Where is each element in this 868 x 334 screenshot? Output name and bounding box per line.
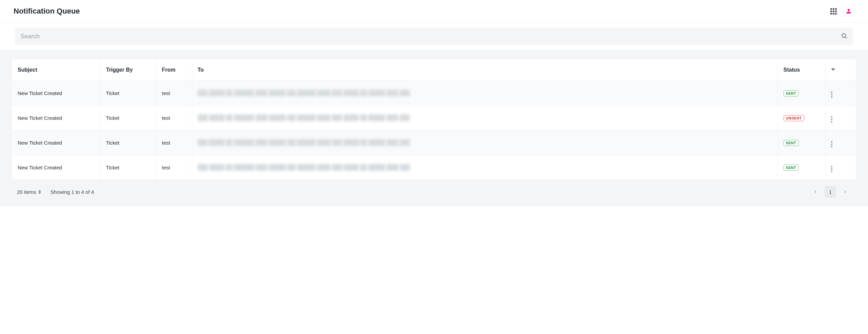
cell-subject: New Ticket Created [12, 155, 100, 180]
status-badge: SENT [784, 140, 799, 146]
searchbar [15, 27, 853, 45]
footer-left: 20 items Showing 1 to 4 of 4 [17, 189, 94, 195]
table-row[interactable]: New Ticket CreatedTickettestSENT [12, 130, 856, 155]
redacted-content [198, 114, 772, 121]
cell-status: SENT [778, 155, 825, 180]
chevron-right-icon [843, 189, 848, 194]
col-header-from[interactable]: From [156, 59, 192, 81]
cell-to [192, 81, 778, 106]
table-header-row: Subject Trigger By From To Status [12, 59, 856, 81]
chevron-left-icon [813, 189, 818, 194]
searchbar-container [0, 23, 868, 50]
notification-table: Subject Trigger By From To Status New Ti… [12, 59, 856, 180]
col-header-status[interactable]: Status [778, 59, 825, 81]
cell-trigger-by: Ticket [100, 106, 156, 130]
content-area: Subject Trigger By From To Status New Ti… [0, 50, 868, 206]
table-row[interactable]: New Ticket CreatedTickettestUNSENT [12, 106, 856, 130]
page-size-selector[interactable]: 20 items [17, 189, 41, 195]
status-badge: SENT [784, 90, 799, 96]
prev-page-button[interactable] [810, 186, 821, 198]
cell-actions [825, 81, 856, 106]
row-menu-button[interactable] [831, 92, 832, 98]
cell-from: test [156, 106, 192, 130]
col-header-trigger[interactable]: Trigger By [100, 59, 156, 81]
col-header-to[interactable]: To [192, 59, 778, 81]
cell-to [192, 106, 778, 130]
pagination: 1 [810, 186, 851, 198]
table-row[interactable]: New Ticket CreatedTickettestSENT [12, 81, 856, 106]
row-menu-button[interactable] [831, 116, 832, 123]
cell-subject: New Ticket Created [12, 81, 100, 106]
col-header-subject[interactable]: Subject [12, 59, 100, 81]
current-page[interactable]: 1 [825, 186, 836, 198]
cell-status: SENT [778, 81, 825, 106]
status-badge: UNSENT [784, 115, 804, 121]
col-header-actions[interactable] [825, 59, 856, 81]
search-icon[interactable] [841, 33, 848, 40]
svg-point-0 [842, 33, 846, 37]
cell-from: test [156, 81, 192, 106]
cell-actions [825, 155, 856, 180]
cell-subject: New Ticket Created [12, 130, 100, 155]
search-input[interactable] [20, 33, 841, 40]
table-footer: 20 items Showing 1 to 4 of 4 1 [12, 180, 856, 200]
header-actions [830, 5, 854, 17]
caret-down-icon [831, 68, 835, 72]
cell-status: UNSENT [778, 106, 825, 130]
status-badge: SENT [784, 165, 799, 171]
showing-text: Showing 1 to 4 of 4 [51, 189, 94, 195]
user-avatar[interactable] [843, 5, 854, 17]
cell-from: test [156, 155, 192, 180]
row-menu-button[interactable] [831, 141, 832, 147]
user-icon [846, 8, 851, 14]
cell-actions [825, 106, 856, 130]
cell-to [192, 130, 778, 155]
page-title: Notification Queue [14, 7, 80, 16]
redacted-content [198, 139, 772, 146]
page-size-label: 20 items [17, 189, 36, 195]
table-row[interactable]: New Ticket CreatedTickettestSENT [12, 155, 856, 180]
cell-from: test [156, 130, 192, 155]
sort-icon [38, 190, 41, 194]
cell-trigger-by: Ticket [100, 155, 156, 180]
apps-grid-icon[interactable] [830, 8, 837, 15]
cell-status: SENT [778, 130, 825, 155]
svg-line-1 [845, 37, 847, 38]
redacted-content [198, 164, 772, 171]
next-page-button[interactable] [840, 186, 851, 198]
cell-subject: New Ticket Created [12, 106, 100, 130]
cell-actions [825, 130, 856, 155]
redacted-content [198, 90, 772, 96]
page-header: Notification Queue [0, 0, 868, 23]
cell-trigger-by: Ticket [100, 81, 156, 106]
cell-to [192, 155, 778, 180]
row-menu-button[interactable] [831, 166, 832, 172]
cell-trigger-by: Ticket [100, 130, 156, 155]
